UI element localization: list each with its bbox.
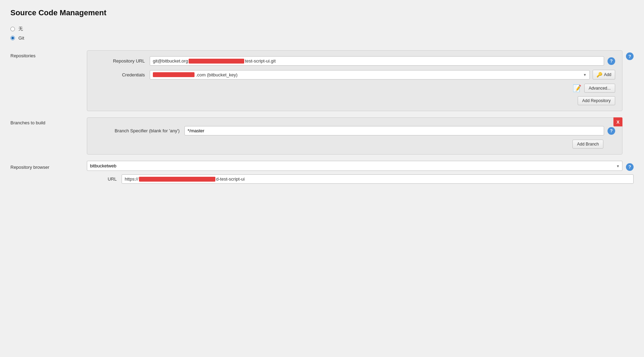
- repo-browser-section: Repository browser bitbucketweb ?: [10, 161, 634, 171]
- repo-url-control: git@bitbucket.org test-script-ui.git: [150, 56, 604, 66]
- repo-browser-label: Repository browser: [10, 162, 87, 170]
- advanced-button[interactable]: Advanced...: [584, 84, 615, 93]
- url-prefix: https://: [125, 176, 138, 182]
- radio-none-label[interactable]: 无: [18, 26, 23, 32]
- branch-specifier-label: Branch Specifier (blank for 'any'): [94, 128, 184, 133]
- radio-git[interactable]: [10, 36, 15, 40]
- add-credentials-label: Add: [604, 72, 611, 77]
- repositories-section: Repositories Repository URL git@bitbucke…: [10, 50, 634, 111]
- advanced-icon: 📝: [573, 84, 581, 92]
- repo-browser-select-wrapper: bitbucketweb: [87, 161, 622, 171]
- add-repository-label: Add Repository: [582, 98, 611, 103]
- branch-specifier-help-icon[interactable]: ?: [608, 127, 615, 135]
- repo-url-help[interactable]: ?: [608, 57, 615, 65]
- add-branch-actions: Add Branch: [94, 140, 615, 149]
- radio-none-row: 无: [10, 26, 634, 32]
- add-branch-button[interactable]: Add Branch: [572, 140, 603, 149]
- repo-url-suffix: test-script-ui.git: [245, 58, 275, 64]
- repo-browser-url-row: URL https:// d-test-script-ui: [87, 174, 634, 184]
- repositories-help-icon[interactable]: ?: [626, 52, 634, 60]
- branch-specifier-row: Branch Specifier (blank for 'any') ?: [94, 126, 615, 135]
- credentials-label: Credentials: [94, 72, 150, 77]
- remove-branch-button[interactable]: X: [613, 117, 622, 126]
- key-icon: 🔑: [596, 72, 602, 77]
- radio-git-label[interactable]: Git: [18, 35, 24, 41]
- repo-url-input-wrapper: git@bitbucket.org test-script-ui.git: [150, 56, 604, 66]
- url-suffix: d-test-script-ui: [216, 176, 245, 182]
- add-credentials-button[interactable]: 🔑 Add: [593, 70, 615, 80]
- repo-browser-select[interactable]: bitbucketweb: [87, 161, 622, 171]
- repo-url-redacted: [189, 59, 244, 64]
- url-input-wrapper: https:// d-test-script-ui: [122, 174, 634, 184]
- credentials-row: Credentials .com (bitbucket_key) 🔑 Add: [94, 70, 615, 80]
- branch-specifier-input[interactable]: [184, 126, 604, 135]
- url-redacted: [139, 177, 215, 182]
- url-label: URL: [87, 174, 122, 182]
- add-branch-label: Add Branch: [577, 142, 599, 147]
- cred-redacted: [153, 72, 195, 77]
- repo-url-label: Repository URL: [94, 58, 150, 64]
- branches-content: X Branch Specifier (blank for 'any') ? A…: [87, 117, 622, 155]
- url-input-display: https:// d-test-script-ui: [122, 174, 634, 184]
- credentials-control: .com (bitbucket_key) 🔑 Add: [150, 70, 615, 80]
- branches-section: Branches to build X Branch Specifier (bl…: [10, 117, 634, 155]
- repo-url-prefix: git@bitbucket.org: [153, 58, 188, 64]
- advanced-button-label: Advanced...: [589, 86, 611, 91]
- cred-suffix: .com (bitbucket_key): [196, 72, 238, 77]
- repo-url-row: Repository URL git@bitbucket.org test-sc…: [94, 56, 615, 66]
- credentials-select[interactable]: .com (bitbucket_key): [150, 70, 590, 80]
- radio-none[interactable]: [10, 27, 15, 31]
- page-title: Source Code Management: [10, 8, 634, 17]
- add-repository-actions: Add Repository: [94, 96, 615, 105]
- repo-browser-help-icon[interactable]: ?: [626, 163, 634, 171]
- repositories-label: Repositories: [10, 50, 87, 58]
- repositories-content: Repository URL git@bitbucket.org test-sc…: [87, 50, 622, 111]
- add-repository-button[interactable]: Add Repository: [578, 96, 615, 105]
- radio-git-row: Git: [10, 35, 634, 41]
- branch-specifier-control: [184, 126, 604, 135]
- branches-label: Branches to build: [10, 117, 87, 125]
- repository-actions: 📝 Advanced...: [94, 84, 615, 93]
